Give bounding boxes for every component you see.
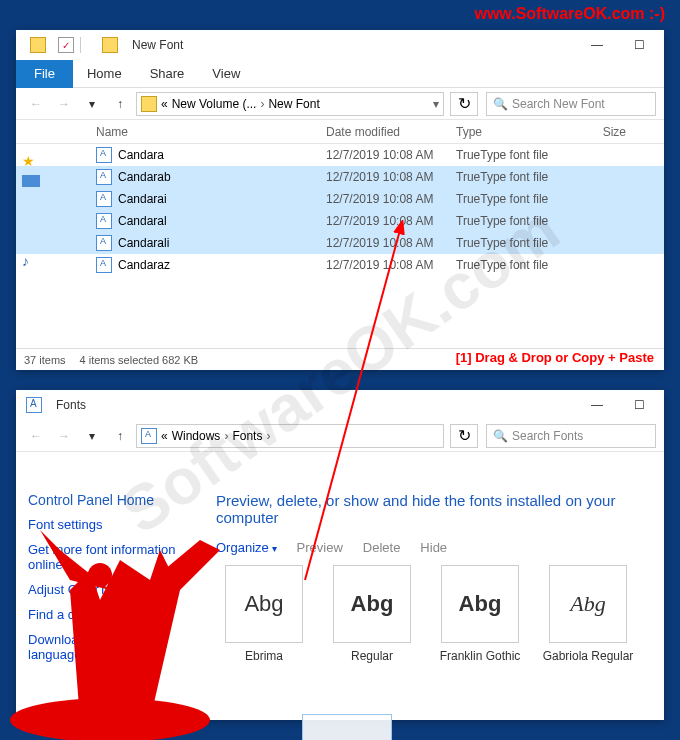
file-row[interactable]: Candaral12/7/2019 10:08 AMTrueType font … (16, 210, 664, 232)
up-button[interactable]: ↑ (108, 424, 132, 448)
back-button[interactable]: ← (24, 424, 48, 448)
file-list: Candara12/7/2019 10:08 AMTrueType font f… (16, 144, 664, 276)
tab-view[interactable]: View (198, 62, 254, 85)
col-date[interactable]: Date modified (326, 125, 456, 139)
file-type: TrueType font file (456, 236, 576, 250)
file-row[interactable]: Candarab12/7/2019 10:08 AMTrueType font … (16, 166, 664, 188)
col-name[interactable]: Name (96, 125, 326, 139)
font-tile[interactable]: Abg Gabriola Regular (540, 565, 636, 663)
breadcrumb[interactable]: « Windows › Fonts › (136, 424, 444, 448)
search-input[interactable]: 🔍 Search New Font (486, 92, 656, 116)
drive-item[interactable] (16, 172, 76, 190)
breadcrumb-prefix: « (161, 97, 168, 111)
hide-button[interactable]: Hide (420, 540, 447, 555)
forward-button[interactable]: → (52, 92, 76, 116)
search-placeholder: Search Fonts (512, 429, 583, 443)
breadcrumb[interactable]: « New Volume (... › New Font ▾ (136, 92, 444, 116)
qat-dropdown-icon[interactable] (80, 37, 96, 53)
font-name: Ebrima (216, 649, 312, 663)
drive-icon (22, 175, 40, 187)
star-icon: ★ (22, 153, 35, 169)
breadcrumb-fonts[interactable]: Fonts (232, 429, 262, 443)
search-placeholder: Search New Font (512, 97, 605, 111)
file-type: TrueType font file (456, 170, 576, 184)
cp-home-link[interactable]: Control Panel Home (28, 492, 208, 508)
back-button[interactable]: ← (24, 92, 48, 116)
folder-icon (30, 37, 46, 53)
font-file-icon (96, 235, 112, 251)
font-file-icon (96, 147, 112, 163)
font-name: Regular (324, 649, 420, 663)
quick-access[interactable]: ★ (16, 150, 76, 172)
preview-button[interactable]: Preview (297, 540, 343, 555)
fonts-control-panel-window: Fonts — ☐ ← → ▾ ↑ « Windows › Fonts › ↻ … (16, 390, 664, 720)
col-size[interactable]: Size (576, 125, 626, 139)
window-folder-icon (102, 37, 118, 53)
file-name: Candara (118, 148, 326, 162)
breadcrumb-dropdown-icon[interactable]: ▾ (433, 97, 439, 111)
file-row[interactable]: Candarali12/7/2019 10:08 AMTrueType font… (16, 232, 664, 254)
fonts-heading: Preview, delete, or show and hide the fo… (216, 492, 654, 526)
font-grid: Abg Ebrima Abg Regular Abg Franklin Goth… (216, 565, 654, 663)
more-font-info-link[interactable]: Get more font information online (28, 537, 208, 577)
file-type: TrueType font file (456, 258, 576, 272)
status-selected: 4 items selected 682 KB (80, 354, 199, 366)
breadcrumb-folder[interactable]: New Font (268, 97, 319, 111)
fonts-icon (141, 428, 157, 444)
font-file-icon (96, 169, 112, 185)
file-name: Candarali (118, 236, 326, 250)
tab-file[interactable]: File (16, 60, 73, 88)
qat-check-icon[interactable] (58, 37, 74, 53)
recent-dropdown[interactable]: ▾ (80, 92, 104, 116)
search-input[interactable]: 🔍 Search Fonts (486, 424, 656, 448)
file-name: Candarai (118, 192, 326, 206)
refresh-button[interactable]: ↻ (450, 92, 478, 116)
refresh-button[interactable]: ↻ (450, 424, 478, 448)
find-character-link[interactable]: Find a character (28, 602, 208, 627)
file-row[interactable]: Candarai12/7/2019 10:08 AMTrueType font … (16, 188, 664, 210)
breadcrumb-windows[interactable]: Windows (172, 429, 221, 443)
organize-button[interactable]: Organize (216, 540, 277, 555)
file-row[interactable]: Candara12/7/2019 10:08 AMTrueType font f… (16, 144, 664, 166)
file-date: 12/7/2019 10:08 AM (326, 170, 456, 184)
tab-share[interactable]: Share (136, 62, 199, 85)
delete-button[interactable]: Delete (363, 540, 401, 555)
window-title: New Font (132, 38, 183, 52)
file-date: 12/7/2019 10:08 AM (326, 214, 456, 228)
chevron-right-icon: › (266, 429, 270, 443)
file-row[interactable]: Candaraz12/7/2019 10:08 AMTrueType font … (16, 254, 664, 276)
col-type[interactable]: Type (456, 125, 576, 139)
forward-button[interactable]: → (52, 424, 76, 448)
music-item[interactable]: ♪ (16, 250, 76, 272)
maximize-button[interactable]: ☐ (618, 390, 660, 420)
file-name: Candarab (118, 170, 326, 184)
file-date: 12/7/2019 10:08 AM (326, 192, 456, 206)
font-tile[interactable]: Abg Regular (324, 565, 420, 663)
minimize-button[interactable]: — (576, 390, 618, 420)
tab-home[interactable]: Home (73, 62, 136, 85)
file-name: Candaraz (118, 258, 326, 272)
cleartype-link[interactable]: Adjust ClearType text (28, 577, 208, 602)
status-items: 37 items (24, 354, 66, 366)
drag-ghost: Abg 4 (302, 714, 392, 740)
font-file-icon (96, 191, 112, 207)
download-fonts-link[interactable]: Download fonts for all languages (28, 627, 208, 667)
file-type: TrueType font file (456, 148, 576, 162)
font-preview-icon: Abg (441, 565, 519, 643)
breadcrumb-prefix: « (161, 429, 168, 443)
fonts-toolbar: Organize Preview Delete Hide (216, 540, 654, 555)
font-settings-link[interactable]: Font settings (28, 512, 208, 537)
font-file-icon (96, 213, 112, 229)
breadcrumb-volume[interactable]: New Volume (... (172, 97, 257, 111)
minimize-button[interactable]: — (576, 30, 618, 60)
search-icon: 🔍 (493, 97, 508, 111)
font-file-icon (96, 257, 112, 273)
nav-pane: ★ ♪ (16, 150, 76, 330)
recent-dropdown[interactable]: ▾ (80, 424, 104, 448)
search-icon: 🔍 (493, 429, 508, 443)
maximize-button[interactable]: ☐ (618, 30, 660, 60)
font-tile[interactable]: Abg Ebrima (216, 565, 312, 663)
columns-header: Name Date modified Type Size (16, 120, 664, 144)
up-button[interactable]: ↑ (108, 92, 132, 116)
font-tile[interactable]: Abg Franklin Gothic (432, 565, 528, 663)
